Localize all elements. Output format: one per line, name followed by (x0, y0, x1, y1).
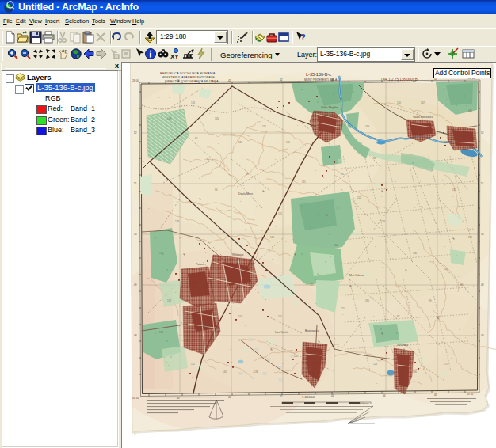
svg-text:?: ? (300, 32, 306, 42)
svg-text:103: 103 (238, 315, 242, 318)
svg-text:166: 166 (413, 370, 417, 374)
svg-text:28 00: 28 00 (132, 79, 139, 82)
svg-text:Mrs Halena: Mrs Halena (349, 274, 364, 277)
svg-text:140: 140 (397, 101, 401, 104)
svg-text:131: 131 (294, 355, 298, 358)
svg-text:101: 101 (278, 212, 282, 215)
svg-text:117: 117 (341, 307, 345, 310)
svg-text:94: 94 (215, 188, 218, 192)
svg-text:173: 173 (444, 363, 448, 366)
svg-text:182: 182 (159, 331, 163, 334)
svg-text:152: 152 (191, 363, 195, 366)
svg-text:41: 41 (228, 79, 231, 82)
svg-text:Iazu Nou: Iazu Nou (397, 344, 408, 347)
svg-text:1:25000: 1:25000 (302, 395, 315, 399)
svg-text:126: 126 (215, 117, 219, 120)
svg-text:Cojasca: Cojasca (200, 325, 211, 328)
svg-text:157: 157 (310, 283, 314, 287)
svg-text:80: 80 (195, 137, 198, 140)
svg-text:187: 187 (452, 188, 456, 192)
svg-text:110: 110 (278, 315, 282, 318)
svg-text:48: 48 (481, 334, 484, 337)
svg-text:82: 82 (397, 315, 400, 318)
svg-text:43 50: 43 50 (132, 397, 139, 400)
svg-text:49: 49 (481, 283, 484, 287)
svg-text:108: 108 (238, 268, 242, 271)
svg-text:48: 48 (134, 334, 137, 337)
svg-text:51: 51 (134, 182, 137, 185)
svg-text:Poiana: Poiana (196, 263, 204, 266)
svg-text:43: 43 (331, 78, 334, 82)
svg-text:(7.4.1.2.25.136.000) B: (7.4.1.2.25.136.000) B (381, 78, 418, 82)
svg-text:189: 189 (365, 125, 369, 128)
svg-text:98: 98 (310, 125, 313, 128)
svg-text:DIRECTIA TOPOGRAFICA MILITARA: DIRECTIA TOPOGRAFICA MILITARA (165, 79, 219, 83)
svg-text:43: 43 (331, 394, 334, 397)
svg-text:43 50: 43 50 (467, 393, 473, 396)
svg-text:171: 171 (199, 283, 203, 287)
svg-text:49: 49 (134, 283, 137, 287)
svg-text:138: 138 (254, 370, 258, 374)
svg-text:178: 178 (175, 220, 179, 223)
svg-text:45: 45 (434, 393, 437, 397)
svg-text:Bujoreanca: Bujoreanca (305, 329, 319, 332)
svg-text:89: 89 (429, 299, 432, 302)
svg-text:96: 96 (460, 283, 464, 287)
svg-text:L-35-136-B-c: L-35-136-B-c (306, 72, 331, 77)
svg-text:XY: XY (170, 53, 179, 60)
svg-text:185: 185 (365, 299, 369, 302)
svg-text:145: 145 (223, 370, 227, 374)
svg-text:84: 84 (373, 157, 376, 160)
svg-text:42: 42 (280, 78, 283, 82)
svg-text:136: 136 (413, 252, 417, 255)
svg-text:112: 112 (262, 125, 266, 128)
svg-text:159: 159 (167, 299, 171, 302)
svg-text:50: 50 (134, 233, 137, 236)
svg-text:87: 87 (246, 173, 250, 176)
svg-text:180: 180 (468, 236, 472, 239)
svg-text:40: 40 (177, 79, 180, 82)
svg-text:91: 91 (341, 173, 345, 176)
svg-text:175: 175 (159, 252, 163, 255)
svg-text:133: 133 (191, 101, 195, 104)
svg-text:Iazu Vechi: Iazu Vechi (275, 331, 288, 334)
svg-text:168: 168 (167, 117, 171, 120)
svg-text:124: 124 (373, 363, 377, 366)
svg-text:42: 42 (280, 395, 283, 398)
svg-text:122: 122 (357, 196, 361, 199)
svg-text:119: 119 (238, 141, 242, 144)
svg-text:Ghergani: Ghergani (232, 253, 244, 256)
svg-text:147: 147 (421, 101, 425, 104)
svg-text:129: 129 (381, 220, 385, 223)
svg-text:105: 105 (286, 141, 290, 144)
svg-text:44: 44 (383, 78, 386, 81)
svg-text:Valea Plopilor: Valea Plopilor (321, 106, 338, 109)
svg-text:164: 164 (270, 236, 274, 239)
svg-text:52: 52 (134, 131, 137, 135)
svg-text:150: 150 (334, 244, 338, 247)
svg-text:143: 143 (444, 268, 448, 271)
svg-text:41: 41 (228, 396, 231, 399)
svg-text:161: 161 (468, 109, 472, 112)
svg-text:154: 154 (444, 141, 448, 144)
svg-text:Dealu Mare: Dealu Mare (238, 192, 253, 196)
svg-text:51: 51 (481, 182, 484, 185)
svg-text:52: 52 (481, 131, 484, 135)
svg-text:50: 50 (481, 233, 484, 236)
svg-text:Valea Mierzanca: Valea Mierzanca (413, 116, 433, 119)
svg-text:44: 44 (383, 394, 386, 397)
svg-text:115: 115 (302, 180, 306, 184)
